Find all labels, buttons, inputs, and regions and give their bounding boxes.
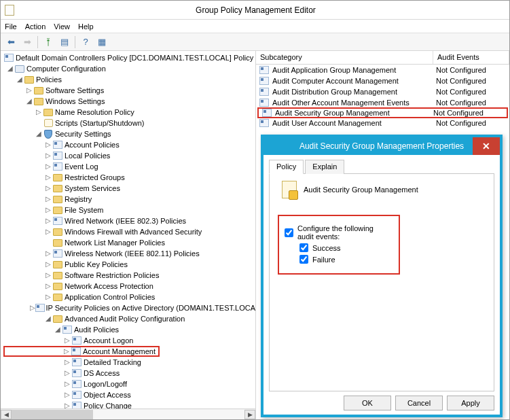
dialog-title-bar[interactable]: Audit Security Group Management Properti… [263, 137, 500, 155]
tree-item[interactable]: Network List Manager Policies [3, 237, 255, 248]
expand-icon[interactable]: ▷ [44, 215, 52, 226]
tree-item-label: Policies [36, 74, 62, 85]
tree-item[interactable]: ▷Wired Network (IEEE 802.3) Policies [3, 215, 255, 226]
policy-icon [71, 379, 82, 389]
expand-icon[interactable]: ▷ [63, 389, 71, 400]
nav-forward-icon[interactable]: ➡ [20, 35, 35, 49]
expand-icon[interactable]: ▷ [44, 281, 52, 292]
expand-icon[interactable]: ▷ [44, 139, 52, 150]
tab-policy[interactable]: Policy [269, 160, 304, 174]
failure-check-input[interactable] [299, 255, 308, 264]
scroll-right-icon[interactable]: ▶ [244, 410, 255, 419]
tree-item[interactable]: ◢Advanced Audit Policy Configuration [3, 313, 255, 324]
expand-icon[interactable]: ▷ [63, 335, 71, 346]
collapse-icon[interactable]: ◢ [16, 74, 24, 85]
tree-item[interactable]: ▷Event Log [3, 161, 255, 172]
menu-help[interactable]: Help [78, 22, 94, 31]
ok-button[interactable]: OK [344, 396, 391, 410]
tree-item[interactable]: ▷Local Policies [3, 150, 255, 161]
expand-icon[interactable]: ▷ [63, 368, 71, 379]
tree-item[interactable]: ▷Wireless Network (IEEE 802.11) Policies [3, 248, 255, 259]
expand-icon[interactable]: ▷ [44, 150, 52, 161]
tree-item[interactable]: ▷Application Control Policies [3, 292, 255, 302]
collapse-icon[interactable]: ◢ [6, 63, 14, 74]
tree-item[interactable]: ▷Restricted Groups [3, 172, 255, 183]
scroll-thumb[interactable] [12, 410, 93, 419]
tree-item[interactable]: ▷Network Access Protection [3, 281, 255, 292]
menu-file[interactable]: File [5, 22, 17, 31]
tree-item[interactable]: ▷Registry [3, 194, 255, 205]
close-button[interactable]: ✕ [473, 137, 500, 155]
tree-item[interactable]: ▷Account Policies [3, 139, 255, 150]
expand-icon[interactable]: ▷ [44, 292, 52, 302]
tree-item[interactable]: ▷System Services [3, 183, 255, 194]
show-hide-tree-icon[interactable]: ▤ [57, 35, 72, 49]
collapse-icon[interactable]: ◢ [54, 324, 62, 335]
cancel-button[interactable]: Cancel [395, 396, 443, 410]
tree-item[interactable]: ▷Name Resolution Policy [3, 107, 255, 118]
tree-item[interactable]: ▷Windows Firewall with Advanced Security [3, 226, 255, 237]
tree-item[interactable]: ▷DS Access [3, 368, 255, 379]
list-item[interactable]: Audit Computer Account ManagementNot Con… [256, 75, 509, 86]
list-item[interactable]: Audit User Account ManagementNot Configu… [256, 118, 509, 128]
expand-icon[interactable]: ▷ [44, 226, 52, 237]
col-subcategory[interactable]: Subcategory [256, 51, 433, 64]
tree-root[interactable]: Default Domain Controllers Policy [DC1.D… [3, 52, 255, 63]
help-icon[interactable]: ? [78, 35, 93, 49]
expand-icon[interactable]: ▷ [44, 161, 52, 172]
scroll-left-icon[interactable]: ◀ [1, 410, 12, 419]
tree-item[interactable]: ▷Public Key Policies [3, 259, 255, 270]
collapse-icon[interactable]: ◢ [44, 313, 52, 324]
list-item[interactable]: Audit Application Group ManagementNot Co… [256, 65, 509, 75]
apply-button[interactable]: Apply [447, 396, 494, 410]
success-check-input[interactable] [299, 243, 308, 252]
tree-item[interactable]: Scripts (Startup/Shutdown) [3, 118, 255, 128]
scroll-track[interactable] [12, 410, 244, 419]
expand-icon[interactable]: ▷ [44, 194, 52, 205]
failure-checkbox[interactable]: Failure [299, 255, 390, 264]
collapse-icon[interactable]: ◢ [35, 128, 43, 139]
expand-icon[interactable]: ▷ [44, 248, 52, 259]
expand-icon[interactable]: ▷ [63, 379, 71, 389]
tree-item[interactable]: ◢Policies [3, 74, 255, 85]
configure-checkbox[interactable]: Configure the following audit events: [285, 224, 390, 241]
tree-item[interactable]: ▷Software Settings [3, 85, 255, 96]
expand-icon[interactable]: ▷ [44, 172, 52, 183]
expand-icon[interactable]: ▷ [62, 346, 71, 357]
tree-item[interactable]: ◢Computer Configuration [3, 63, 255, 74]
expand-icon[interactable]: ▷ [63, 357, 71, 368]
tree-item[interactable]: ◢Audit Policies [3, 324, 255, 335]
expand-icon[interactable]: ▷ [44, 259, 52, 270]
tree-item[interactable]: ◢Security Settings [3, 128, 255, 139]
up-level-icon[interactable]: ⭱ [41, 35, 56, 49]
menu-action[interactable]: Action [25, 22, 46, 31]
tree-item-account-management[interactable]: ▷Account Management [3, 346, 160, 357]
list-item-audit-security-group[interactable]: Audit Security Group ManagementNot Confi… [257, 107, 508, 118]
list-item[interactable]: Audit Other Account Management EventsNot… [256, 97, 509, 108]
collapse-icon[interactable]: ◢ [25, 96, 33, 107]
nav-back-icon[interactable]: ⬅ [3, 35, 18, 49]
col-audit-events[interactable]: Audit Events [433, 51, 509, 64]
expand-icon[interactable]: ▷ [30, 302, 35, 313]
tree-item[interactable]: ▷Detailed Tracking [3, 357, 255, 368]
expand-icon[interactable]: ▷ [35, 107, 43, 118]
expand-icon[interactable]: ▷ [44, 270, 52, 281]
tree-item[interactable]: ▷File System [3, 205, 255, 215]
tree-item[interactable]: ▷Software Restriction Policies [3, 270, 255, 281]
list-item[interactable]: Audit Distribution Group ManagementNot C… [256, 86, 509, 97]
tree-pane[interactable]: Default Domain Controllers Policy [DC1.D… [1, 51, 256, 419]
expand-icon[interactable]: ▷ [25, 85, 33, 96]
tree-item[interactable]: ▷Account Logon [3, 335, 255, 346]
h-scrollbar[interactable]: ◀ ▶ [1, 408, 255, 419]
configure-check-input[interactable] [285, 228, 293, 237]
tab-explain[interactable]: Explain [305, 160, 344, 174]
expand-icon[interactable]: ▷ [44, 183, 52, 194]
properties-icon[interactable]: ▦ [94, 35, 109, 49]
expand-icon[interactable]: ▷ [44, 205, 52, 215]
tree-item[interactable]: ▷Logon/Logoff [3, 379, 255, 389]
tree-item[interactable]: ◢Windows Settings [3, 96, 255, 107]
tree-item[interactable]: ▷Object Access [3, 389, 255, 400]
menu-view[interactable]: View [54, 22, 70, 31]
success-checkbox[interactable]: Success [299, 243, 390, 252]
tree-item[interactable]: ▷IP Security Policies on Active Director… [3, 302, 255, 313]
